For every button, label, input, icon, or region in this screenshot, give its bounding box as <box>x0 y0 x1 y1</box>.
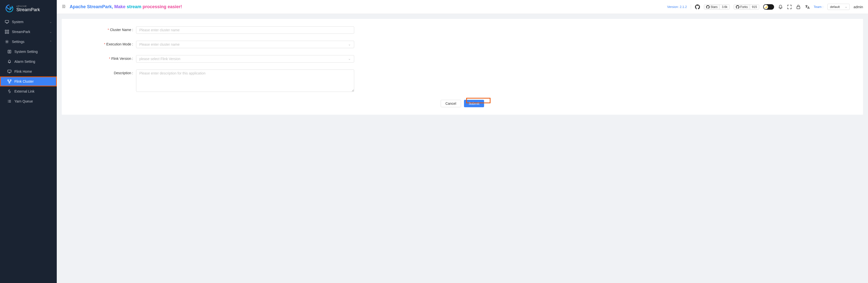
required-star: * <box>104 42 105 46</box>
fullscreen-button[interactable] <box>787 4 792 9</box>
tagline-part2: Make <box>114 4 125 9</box>
nav-list: System ⌄ StreamPark ⌄ Settings <box>0 17 57 106</box>
label-text: Cluster Name : <box>110 28 133 32</box>
tagline-part1: Apache StreamPark, <box>70 4 113 9</box>
version-link[interactable]: Version: 2.1.2 <box>667 5 687 9</box>
svg-rect-7 <box>8 70 11 72</box>
content: *Cluster Name : *Execution Mode : Please… <box>57 14 868 283</box>
svg-rect-4 <box>7 32 9 33</box>
divider <box>691 4 691 9</box>
chevron-down-icon: ⌄ <box>50 30 52 33</box>
svg-rect-9 <box>10 80 11 81</box>
sidebar-item-label: Flink Home <box>14 69 32 74</box>
bell-icon <box>7 60 11 63</box>
tagline-part3: stream <box>127 4 141 9</box>
gear-icon <box>5 40 9 44</box>
form-actions: Cancel Submit <box>72 100 853 107</box>
sidebar-item-settings[interactable]: Settings ⌃ <box>0 37 57 47</box>
tagline-part4: processing easier! <box>143 4 182 9</box>
required-star: * <box>109 57 110 61</box>
logo-text-main: StreamPark <box>17 7 40 12</box>
select-placeholder: Please enter cluster name <box>139 43 180 47</box>
form-label: *Execution Mode : <box>72 41 136 46</box>
svg-rect-2 <box>7 30 9 31</box>
sidebar-item-label: Flink Cluster <box>14 80 34 83</box>
desktop-icon <box>5 20 9 24</box>
desktop-icon <box>7 69 11 74</box>
github-stars-badge[interactable]: Stars 3.6k <box>704 4 730 9</box>
form-row-execution-mode: *Execution Mode : Please enter cluster n… <box>72 41 853 48</box>
sidebar-item-streampark[interactable]: StreamPark ⌄ <box>0 27 57 37</box>
svg-rect-8 <box>8 80 9 81</box>
moon-icon: 🌙 <box>764 5 768 9</box>
chevron-up-icon: ⌃ <box>50 40 52 44</box>
form-label: *Flink Version : <box>72 55 136 61</box>
sidebar-item-label: Yarn Queue <box>14 99 33 103</box>
link-icon <box>7 89 11 93</box>
sidebar-item-yarn-queue[interactable]: Yarn Queue <box>0 96 57 106</box>
main-area: Apache StreamPark, Make stream processin… <box>57 0 868 283</box>
github-icon[interactable] <box>695 4 700 9</box>
form-label: Description : <box>72 69 136 75</box>
sidebar-item-label: Settings <box>12 40 25 44</box>
logo[interactable]: APACHE StreamPark <box>0 0 57 17</box>
svg-rect-3 <box>5 32 6 33</box>
svg-rect-1 <box>5 30 6 31</box>
execution-mode-select[interactable]: Please enter cluster name <box>136 41 354 48</box>
user-menu[interactable]: admin <box>854 5 863 9</box>
sidebar-item-label: System <box>12 20 24 24</box>
flink-version-select[interactable]: please select Flink Version <box>136 55 354 62</box>
sidebar-item-label: Alarm Setting <box>14 60 35 63</box>
stars-count: 3.6k <box>720 5 730 9</box>
sidebar: APACHE StreamPark System ⌄ St <box>0 0 57 283</box>
cluster-icon <box>7 80 11 83</box>
svg-rect-0 <box>5 20 9 23</box>
sidebar-item-label: External Link <box>14 89 34 93</box>
logo-text: APACHE StreamPark <box>17 5 40 12</box>
forks-count: 915 <box>750 5 759 9</box>
grid-icon <box>5 30 9 34</box>
team-select-value: default <box>830 5 840 9</box>
notifications-button[interactable] <box>778 4 783 9</box>
form-row-cluster-name: *Cluster Name : <box>72 26 853 34</box>
team-label: Team : <box>814 5 824 9</box>
required-star: * <box>107 28 109 32</box>
sidebar-item-label: System Setting <box>14 50 38 54</box>
form-row-description: Description : <box>72 69 853 93</box>
sidebar-item-flink-cluster[interactable]: Flink Cluster <box>0 77 57 86</box>
svg-rect-10 <box>9 82 10 83</box>
sidebar-item-alarm-setting[interactable]: Alarm Setting <box>0 57 57 66</box>
svg-rect-11 <box>797 6 800 9</box>
sidebar-item-system[interactable]: System ⌄ <box>0 17 57 27</box>
sidebar-collapse-button[interactable] <box>62 4 66 9</box>
forks-label: Forks <box>740 5 748 9</box>
select-placeholder: please select Flink Version <box>139 57 181 61</box>
github-forks-badge[interactable]: Forks 915 <box>734 4 759 9</box>
label-text: Execution Mode : <box>106 42 133 46</box>
sidebar-item-system-setting[interactable]: System Setting <box>0 47 57 57</box>
tagline: Apache StreamPark, Make stream processin… <box>70 4 182 9</box>
svg-point-5 <box>6 41 8 43</box>
list-icon <box>7 99 11 103</box>
form-row-flink-version: *Flink Version : please select Flink Ver… <box>72 55 853 62</box>
stars-label: Stars <box>711 5 718 9</box>
form-label: *Cluster Name : <box>72 26 136 32</box>
form-card: *Cluster Name : *Execution Mode : Please… <box>62 19 863 115</box>
sidebar-item-flink-home[interactable]: Flink Home <box>0 66 57 77</box>
cluster-name-input[interactable] <box>136 26 354 34</box>
label-text: Flink Version : <box>111 57 133 61</box>
team-select[interactable]: default <box>827 4 850 10</box>
lock-button[interactable] <box>796 4 801 9</box>
theme-toggle[interactable]: 🌙 <box>763 4 774 10</box>
sidebar-item-external-link[interactable]: External Link <box>0 86 57 96</box>
submit-button[interactable]: Submit <box>464 100 484 107</box>
label-text: Description : <box>114 71 133 75</box>
description-textarea[interactable] <box>136 69 354 92</box>
language-button[interactable] <box>805 4 810 9</box>
chevron-down-icon: ⌄ <box>50 20 52 24</box>
logo-icon <box>5 4 14 13</box>
sidebar-item-label: StreamPark <box>12 30 30 34</box>
cancel-button[interactable]: Cancel <box>441 100 461 107</box>
header: Apache StreamPark, Make stream processin… <box>57 0 868 14</box>
sliders-icon <box>7 50 11 54</box>
